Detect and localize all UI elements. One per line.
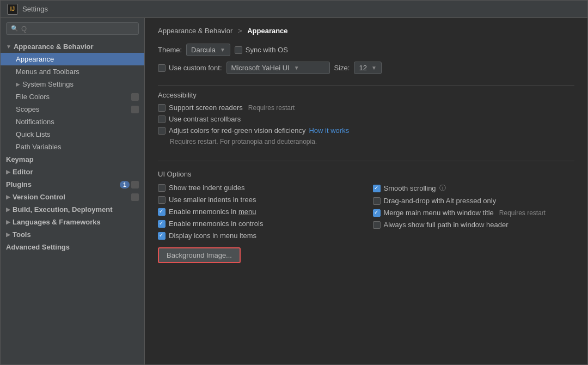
font-dropdown[interactable]: Microsoft YaHei UI ▼ [226,62,330,74]
custom-font-checkbox[interactable] [158,64,166,72]
sidebar-item-appearance-behavior[interactable]: ▼ Appearance & Behavior [1,40,144,53]
sync-with-os-text: Sync with OS [246,46,288,54]
mnemonics-controls-checkbox[interactable] [158,220,166,228]
sidebar-item-label: System Settings [22,80,74,88]
sync-with-os-label[interactable]: Sync with OS [235,46,288,54]
how-it-works-link[interactable]: How it works [309,126,349,135]
expand-arrow-icon: ▶ [6,194,10,200]
ui-options-section: UI Options Show tree indent guides [158,170,574,263]
show-tree-indent-label[interactable]: Show tree indent guides [158,184,244,192]
screen-readers-checkbox[interactable] [158,104,166,112]
sidebar: 🔍 ▼ Appearance & Behavior Appearance Men… [1,18,145,364]
chevron-down-icon: ▼ [220,47,225,53]
red-green-sub-text: Requires restart. For protanopia and deu… [158,138,574,145]
theme-dropdown[interactable]: Darcula ▼ [186,44,230,56]
smaller-indents-label[interactable]: Use smaller indents in trees [158,196,256,204]
sidebar-item-notifications[interactable]: Notifications [1,115,144,128]
sidebar-item-label: Path Variables [16,143,62,151]
custom-font-label[interactable]: Use custom font: [158,64,222,72]
smooth-scrolling-checkbox[interactable] [373,185,381,192]
merge-menu-checkbox[interactable] [373,209,381,217]
merge-menu-label[interactable]: Merge main menu with window title [373,209,494,217]
screen-readers-text: Support screen readers [169,104,243,112]
search-input[interactable] [21,25,134,33]
main-content: 🔍 ▼ Appearance & Behavior Appearance Men… [1,18,587,364]
sidebar-item-quick-lists[interactable]: Quick Lists [1,128,144,141]
sidebar-item-label: Keymap [6,155,34,163]
edit-icon [131,193,139,201]
sidebar-item-version-control[interactable]: ▶ Version Control [1,191,144,203]
sidebar-item-scopes[interactable]: Scopes [1,103,144,115]
sidebar-item-menus-toolbars[interactable]: Menus and Toolbars [1,65,144,78]
contrast-scrollbars-checkbox[interactable] [158,115,166,123]
mnemonics-menu-checkbox[interactable] [158,208,166,216]
theme-row: Theme: Darcula ▼ Sync with OS [158,44,574,56]
size-dropdown[interactable]: 12 ▼ [354,62,381,74]
search-icon: 🔍 [11,25,19,32]
sidebar-item-system-settings[interactable]: ▶ System Settings [1,78,144,90]
sidebar-item-file-colors[interactable]: File Colors [1,90,144,103]
drag-drop-item: Drag-and-drop with Alt pressed only [373,197,575,205]
nav-icons [131,193,139,201]
mnemonics-menu-label[interactable]: Enable mnemonics in menu [158,208,256,216]
sidebar-item-tools[interactable]: ▶ Tools [1,228,144,241]
show-tree-indent-item: Show tree indent guides [158,184,360,192]
display-icons-label[interactable]: Display icons in menu items [158,232,256,240]
nav-icons [131,106,139,113]
ui-options-title: UI Options [158,170,574,178]
sidebar-item-languages-frameworks[interactable]: ▶ Languages & Frameworks [1,216,144,228]
accessibility-title: Accessibility [158,91,574,99]
mnemonics-menu-item: Enable mnemonics in menu [158,208,360,216]
divider [158,161,574,161]
smaller-indents-checkbox[interactable] [158,196,166,204]
full-path-checkbox[interactable] [373,221,381,229]
size-value: 12 [359,64,366,72]
ui-options-left: Show tree indent guides Use smaller inde… [158,184,360,240]
breadcrumb-sep: > [238,27,242,35]
display-icons-text: Display icons in menu items [169,232,256,240]
red-green-checkbox[interactable] [158,127,166,135]
smooth-scrolling-text: Smooth scrolling [384,184,436,192]
font-row: Use custom font: Microsoft YaHei UI ▼ Si… [158,62,574,74]
help-icon[interactable]: ⓘ [439,184,446,193]
smaller-indents-item: Use smaller indents in trees [158,196,360,204]
sidebar-item-appearance[interactable]: Appearance [1,53,144,65]
show-tree-indent-checkbox[interactable] [158,184,166,192]
sidebar-item-label: Version Control [13,193,65,201]
show-tree-indent-text: Show tree indent guides [169,184,244,192]
edit-icon [131,106,139,113]
app-logo: IJ [7,4,18,15]
smaller-indents-text: Use smaller indents in trees [169,196,256,204]
sync-with-os-checkbox[interactable] [235,46,242,54]
nav-icons: 1 [120,181,139,188]
expand-arrow-icon: ▶ [16,81,20,87]
red-green-label[interactable]: Adjust colors for red-green vision defic… [158,126,305,135]
sidebar-item-label: Languages & Frameworks [13,218,101,226]
sidebar-item-editor[interactable]: ▶ Editor [1,166,144,178]
search-box[interactable]: 🔍 [6,22,139,35]
sidebar-item-label: File Colors [16,93,50,101]
drag-drop-label[interactable]: Drag-and-drop with Alt pressed only [373,197,497,205]
mnemonics-controls-text: Enable mnemonics in controls [169,220,263,228]
size-label: Size: [334,64,350,72]
sidebar-item-advanced-settings[interactable]: Advanced Settings [1,241,144,253]
background-image-button[interactable]: Background Image... [158,247,241,263]
red-green-item: Adjust colors for red-green vision defic… [158,126,574,135]
sidebar-item-plugins[interactable]: Plugins 1 [1,178,144,191]
drag-drop-checkbox[interactable] [373,197,381,205]
mnemonics-controls-label[interactable]: Enable mnemonics in controls [158,220,263,228]
contrast-scrollbars-label[interactable]: Use contrast scrollbars [158,115,241,123]
sidebar-item-build-execution[interactable]: ▶ Build, Execution, Deployment [1,203,144,216]
full-path-label[interactable]: Always show full path in window header [373,221,509,229]
breadcrumb-current: Appearance [247,27,287,35]
requires-restart-note: Requires restart [248,104,295,112]
smooth-scrolling-label[interactable]: Smooth scrolling [373,184,436,192]
sidebar-item-keymap[interactable]: Keymap [1,153,144,166]
requires-restart-note: Requires restart [499,209,546,217]
full-path-item: Always show full path in window header [373,221,575,229]
chevron-down-icon: ▼ [371,65,377,71]
sidebar-item-label: Appearance [16,55,54,63]
sidebar-item-path-variables[interactable]: Path Variables [1,141,144,153]
display-icons-checkbox[interactable] [158,232,166,240]
screen-readers-label[interactable]: Support screen readers [158,104,243,112]
